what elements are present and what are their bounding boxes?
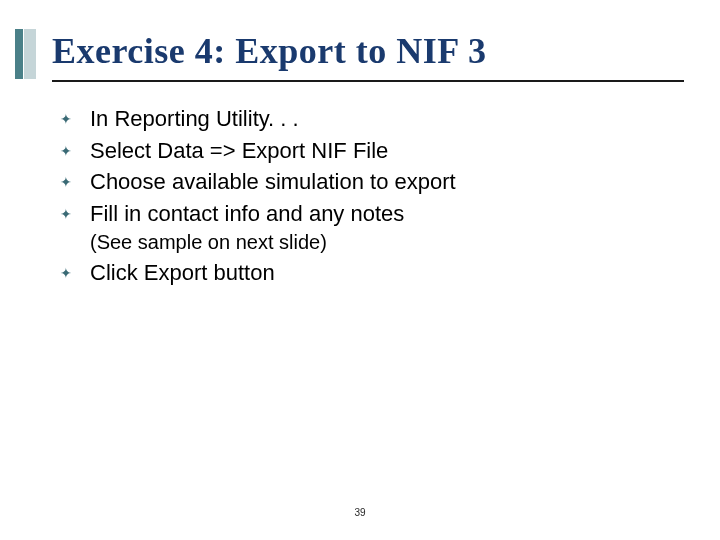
list-item: ✦ Fill in contact info and any notes	[60, 199, 680, 229]
list-item: ✦ Click Export button	[60, 258, 680, 288]
bullet-icon: ✦	[60, 199, 90, 222]
bullet-icon: ✦	[60, 167, 90, 190]
slide: Exercise 4: Export to NIF 3 ✦ In Reporti…	[0, 0, 720, 540]
bullet-icon: ✦	[60, 136, 90, 159]
slide-body: ✦ In Reporting Utility. . . ✦ Select Dat…	[60, 104, 680, 289]
bullet-text: Select Data => Export NIF File	[90, 136, 388, 166]
bullet-icon: ✦	[60, 104, 90, 127]
bullet-text: Click Export button	[90, 258, 275, 288]
list-item: ✦ In Reporting Utility. . .	[60, 104, 680, 134]
bullet-text: Fill in contact info and any notes	[90, 199, 404, 229]
sub-note: (See sample on next slide)	[90, 231, 680, 254]
title-underline	[52, 80, 684, 82]
list-item: ✦ Select Data => Export NIF File	[60, 136, 680, 166]
bullet-text: Choose available simulation to export	[90, 167, 456, 197]
bullet-text: In Reporting Utility. . .	[90, 104, 299, 134]
slide-title: Exercise 4: Export to NIF 3	[52, 30, 486, 72]
bullet-icon: ✦	[60, 258, 90, 281]
list-item: ✦ Choose available simulation to export	[60, 167, 680, 197]
page-number: 39	[0, 507, 720, 518]
title-accent-bar	[15, 29, 23, 79]
title-accent-shadow	[24, 29, 36, 79]
